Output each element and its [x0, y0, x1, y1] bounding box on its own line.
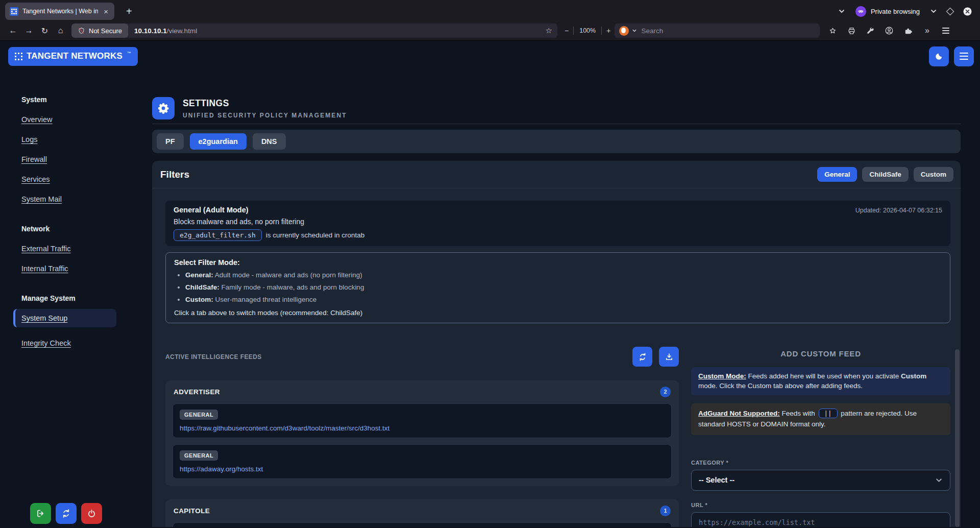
account-icon[interactable]: [881, 24, 897, 38]
private-mask-icon: [855, 6, 866, 17]
search-input[interactable]: [640, 27, 815, 35]
search-engine-chevron-icon[interactable]: [632, 28, 637, 33]
window-close-button[interactable]: [963, 7, 972, 16]
brand-button[interactable]: TANGENT NETWORKS™: [8, 47, 138, 66]
back-button[interactable]: ←: [5, 24, 21, 38]
bookmarks-menu-icon[interactable]: [825, 24, 840, 38]
script-name-chip: e2g_adult_filter.sh: [174, 229, 262, 241]
sidebar-item-external-traffic[interactable]: External Traffic: [21, 245, 152, 253]
browser-tab[interactable]: Tangent Networks | Web in ×: [5, 3, 114, 20]
print-icon[interactable]: [844, 24, 859, 38]
feed-tag: GENERAL: [180, 410, 218, 420]
feed-url-link[interactable]: https://raw.githubusercontent.com/d3ward…: [180, 424, 665, 432]
feed-group-header: CAPITOLE 1: [173, 506, 672, 516]
script-status-row: e2g_adult_filter.sh is currently schedul…: [174, 229, 942, 241]
adguard-warning-box: AdGuard Not Supported: Feeds with || pat…: [691, 403, 950, 435]
feed-url-input[interactable]: [691, 512, 950, 527]
sync-button[interactable]: [56, 503, 77, 524]
sidebar-item-system-mail[interactable]: System Mail: [21, 195, 152, 203]
power-icon: [87, 509, 96, 518]
site-page: TANGENT NETWORKS™ System Overview Logs F…: [0, 41, 980, 528]
url-bar[interactable]: Not Secure 10.10.10.1/view.html ☆: [71, 23, 557, 38]
page-title: SETTINGS: [183, 98, 347, 109]
zoom-controls: − 100% +: [565, 27, 610, 35]
reload-button[interactable]: ↻: [37, 24, 53, 38]
sidebar-item-integrity-check[interactable]: Integrity Check: [21, 339, 152, 347]
separator: [601, 27, 602, 35]
sidebar-item-logs[interactable]: Logs: [21, 135, 152, 143]
tabbar-right-controls: Private browsing: [838, 6, 980, 17]
mode-button-general[interactable]: General: [817, 167, 857, 182]
tab-e2guardian[interactable]: e2guardian: [190, 133, 247, 150]
url-host: 10.10.10.1: [134, 27, 167, 35]
logout-icon: [36, 509, 45, 518]
brand-trademark: ™: [127, 51, 131, 56]
overflow-menu-icon[interactable]: »: [919, 24, 935, 38]
section-heading: System: [21, 95, 152, 104]
window-maximize-button[interactable]: [946, 7, 954, 15]
sidebar-item-system-setup-active[interactable]: System Setup: [13, 309, 116, 327]
feed-tag: GENERAL: [180, 450, 218, 461]
security-chip[interactable]: Not Secure: [71, 23, 128, 38]
feed-item: GENERAL https://raw.githubusercontent.co…: [173, 403, 672, 438]
sidebar: System Overview Logs Firewall Services S…: [0, 71, 152, 528]
help-bullet: ChildSafe: Family mode - malware, ads an…: [185, 283, 942, 292]
logout-button[interactable]: [30, 503, 51, 524]
active-feeds-label: ACTIVE INTELLIGENCE FEEDS: [165, 353, 262, 361]
forward-button[interactable]: →: [21, 24, 37, 38]
menu-hamburger-icon[interactable]: [938, 24, 953, 38]
zoom-level[interactable]: 100%: [578, 27, 597, 34]
updated-timestamp: Updated: 2026-04-07 06:32:15: [855, 207, 942, 214]
mode-button-childsafe[interactable]: ChildSafe: [862, 167, 908, 182]
download-feeds-button[interactable]: [659, 347, 679, 367]
refresh-feeds-button[interactable]: [632, 347, 652, 367]
mode-button-custom[interactable]: Custom: [914, 167, 953, 182]
sidebar-item-firewall[interactable]: Firewall: [21, 155, 152, 163]
section-heading: Network: [21, 225, 152, 233]
feed-action-buttons: [632, 347, 679, 367]
feed-url-link[interactable]: https://adaway.org/hosts.txt: [180, 465, 665, 473]
feed-item: [173, 522, 672, 527]
zoom-out-button[interactable]: −: [565, 27, 569, 35]
new-tab-button[interactable]: +: [123, 6, 135, 17]
brand-grid-icon: [15, 53, 22, 60]
sidebar-item-internal-traffic[interactable]: Internal Traffic: [21, 265, 152, 273]
url-label: URL *: [691, 502, 950, 508]
tools-wrench-icon[interactable]: [863, 24, 878, 38]
close-tab-icon[interactable]: ×: [102, 7, 110, 16]
sidebar-item-services[interactable]: Services: [21, 175, 152, 183]
filters-title: Filters: [160, 169, 189, 180]
dark-mode-toggle[interactable]: [929, 46, 949, 66]
help-bullet: General: Adult mode - malware and ads (n…: [185, 271, 942, 280]
home-button[interactable]: ⌂: [53, 24, 68, 38]
custom-mode-info-box: Custom Mode: Feeds added here will be us…: [691, 367, 950, 395]
extensions-puzzle-icon[interactable]: [900, 24, 916, 38]
site-header: TANGENT NETWORKS™: [0, 41, 980, 71]
sync-icon: [61, 509, 71, 518]
current-mode-title: General (Adult Mode): [174, 206, 942, 214]
sidebar-section-system: System Overview Logs Firewall Services S…: [0, 95, 152, 203]
menu-button[interactable]: [954, 46, 974, 66]
url-text: 10.10.10.1/view.html: [134, 27, 197, 35]
category-selected-value: -- Select --: [699, 476, 734, 484]
window-menu-icon[interactable]: [930, 8, 937, 15]
bookmark-star-icon[interactable]: ☆: [546, 26, 552, 35]
page-header: SETTINGS UNIFIED SECURITY POLICY MANAGEM…: [152, 97, 961, 124]
search-engine-icon[interactable]: [619, 26, 629, 36]
zoom-in-button[interactable]: +: [606, 27, 610, 35]
current-mode-description: Blocks malware and ads, no porn filterin…: [174, 218, 942, 226]
sidebar-item-overview[interactable]: Overview: [21, 115, 152, 124]
panel-scrollbar[interactable]: [955, 349, 960, 527]
list-all-tabs-icon[interactable]: [838, 8, 845, 15]
sidebar-footer-actions: [30, 503, 102, 524]
search-bar[interactable]: [615, 23, 820, 38]
category-select[interactable]: -- Select --: [691, 470, 950, 491]
private-browsing-label: Private browsing: [871, 8, 920, 15]
tab-pf[interactable]: PF: [157, 133, 184, 150]
power-button[interactable]: [81, 503, 102, 524]
add-custom-feed-title: ADD CUSTOM FEED: [691, 349, 950, 358]
tab-dns[interactable]: DNS: [253, 133, 286, 150]
help-footer: Click a tab above to switch modes (recom…: [174, 309, 942, 317]
filters-card-header: Filters General ChildSafe Custom: [152, 161, 961, 188]
filter-mode-buttons: General ChildSafe Custom: [817, 167, 953, 182]
